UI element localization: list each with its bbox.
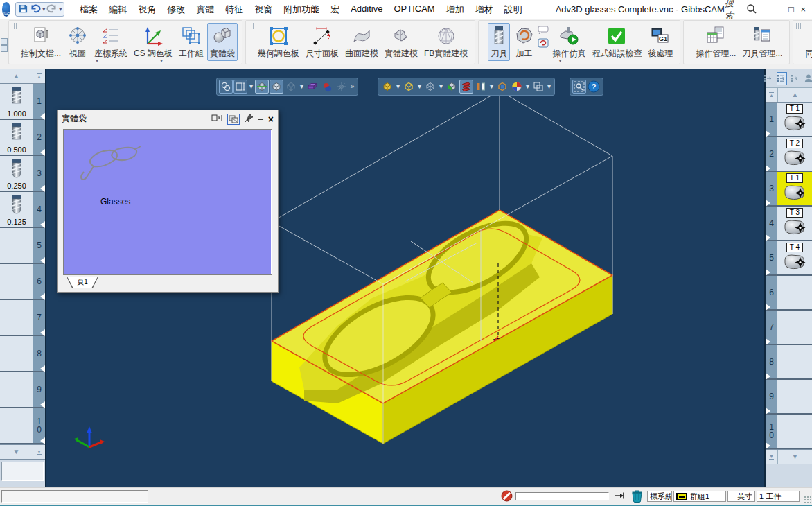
section-layers-icon[interactable] <box>459 80 473 94</box>
op-flow-single-icon[interactable] <box>764 72 774 85</box>
tool-list-scroll-top[interactable]: ▲ <box>33 69 45 83</box>
workgroup-field[interactable]: 群組1 <box>673 491 726 502</box>
group-drag-handle[interactable] <box>686 23 692 29</box>
ribbon-item-operation-manager[interactable]: 操作管理... <box>693 23 739 61</box>
ribbon-item-solid-modeling[interactable]: 實體建模 <box>382 23 421 61</box>
tool-slot-10[interactable]: 10 <box>0 408 45 444</box>
menu-修改[interactable]: 修改 <box>161 3 191 16</box>
workpiece-field[interactable]: 1 工件 <box>757 491 800 502</box>
minimize-palette-icon[interactable]: – <box>258 116 263 123</box>
dropdown-arrow[interactable]: ▾ <box>438 80 444 94</box>
menu-附加功能[interactable]: 附加功能 <box>278 3 325 16</box>
operation-slot-3[interactable]: 3T 1 <box>766 172 812 207</box>
tool-slot-2[interactable]: 0.5002 <box>0 120 45 156</box>
dropdown-arrow[interactable]: ▾ <box>546 80 552 94</box>
redblue-solid-icon[interactable] <box>320 80 334 94</box>
menu-增加[interactable]: 增加 <box>441 3 470 16</box>
group-drag-handle[interactable] <box>795 23 802 29</box>
glasses-thumbnail[interactable] <box>77 139 143 187</box>
ribbon-item-machining[interactable]: 加工 <box>511 23 537 61</box>
user-icon[interactable] <box>803 72 812 85</box>
ribbon-item-sync-control[interactable]: 同步控制 <box>802 23 812 61</box>
group-dropdown-icon[interactable]: ▾ <box>160 58 163 64</box>
close-button[interactable]: × <box>797 4 809 15</box>
maximize-button[interactable]: □ <box>785 4 797 15</box>
menu-檔案[interactable]: 檔案 <box>74 3 103 16</box>
operation-slot-1[interactable]: 1T 1 <box>766 103 812 137</box>
group-drag-handle[interactable] <box>11 23 17 29</box>
group-drag-handle[interactable] <box>481 23 487 29</box>
wire-cube-icon[interactable] <box>423 80 437 94</box>
hollow-cube-icon[interactable] <box>402 80 416 94</box>
palette-tab-page1[interactable]: 頁1 <box>67 277 98 288</box>
trash-icon[interactable] <box>631 489 643 504</box>
balloon-select-icon[interactable] <box>219 80 233 94</box>
redo-button[interactable] <box>46 3 58 15</box>
ribbon-item-cs-palette[interactable]: CS 調色板 <box>131 23 175 61</box>
group-dropdown-icon[interactable]: ▾ <box>558 58 561 64</box>
solid-bag-canvas[interactable]: Glasses <box>64 130 271 274</box>
operation-slot-5[interactable]: 5T 4 <box>766 241 812 276</box>
tool-list-scroll-down[interactable]: ▼ <box>0 445 33 459</box>
dropdown-arrow[interactable]: ▾ <box>416 80 423 94</box>
solid-bag-palette[interactable]: 實體袋 – × Glasses <box>57 110 279 293</box>
tool-slot-9[interactable]: 9 <box>0 372 45 408</box>
tool-list-scroll-bottom[interactable]: ▼ <box>33 445 45 459</box>
resize-grip[interactable] <box>804 496 811 503</box>
search-icon[interactable] <box>746 3 757 16</box>
tool-slot-1[interactable]: 1.0001 <box>0 84 45 120</box>
ribbon-item-view[interactable]: 視圖 <box>64 23 91 61</box>
ribbon-item-tool-manager[interactable]: 刀具管理... <box>739 23 785 61</box>
operation-slot-8[interactable]: 8 <box>766 345 812 380</box>
tool-slot-4[interactable]: 0.1254 <box>0 192 45 228</box>
menu-宏[interactable]: 宏 <box>325 3 345 16</box>
operation-slot-4[interactable]: 4T 3 <box>766 207 812 241</box>
tool-list-scroll-up[interactable]: ▲ <box>0 69 33 83</box>
facet-cube-icon[interactable] <box>445 80 459 94</box>
operation-slot-6[interactable]: 6 <box>766 276 812 311</box>
menu-OPTICAM[interactable]: OPTICAM <box>388 3 440 16</box>
operation-slot-10[interactable]: 10 <box>766 415 812 449</box>
op-flow-grid-icon[interactable] <box>790 72 800 85</box>
tool-slot-6[interactable]: 6 <box>0 264 45 300</box>
operation-slot-7[interactable]: 7 <box>766 311 812 345</box>
help-icon[interactable]: ? <box>587 80 601 94</box>
menu-實體[interactable]: 實體 <box>191 3 220 16</box>
menu-特征[interactable]: 特征 <box>220 3 249 16</box>
palette-titlebar[interactable]: 實體袋 – × <box>58 110 278 128</box>
op-list-scroll-up[interactable]: ▲ <box>778 88 812 102</box>
redo-dropdown-icon[interactable]: ▾ <box>59 6 62 12</box>
zoom-marquee-icon[interactable] <box>572 80 586 94</box>
op-flow-list-icon[interactable] <box>777 72 787 85</box>
split-bars-icon[interactable] <box>474 80 488 94</box>
dropdown-arrow[interactable]: ▾ <box>488 80 495 94</box>
ribbon-item-workgroup[interactable]: 工作組 <box>176 23 206 61</box>
solid-cube-icon[interactable] <box>270 80 283 94</box>
op-list-scroll-down[interactable]: ▼ <box>778 450 812 464</box>
units-field[interactable]: 英寸 <box>727 491 755 502</box>
menu-視窗[interactable]: 視窗 <box>249 3 278 16</box>
group-dropdown-icon[interactable]: ▾ <box>96 58 98 64</box>
ribbon-item-document-control[interactable]: 控制文檔... <box>18 23 64 61</box>
quadrant-sphere-icon[interactable] <box>510 80 524 94</box>
more-chevron[interactable]: » <box>349 80 355 94</box>
bounding-cube-icon[interactable] <box>495 80 509 94</box>
menu-說明[interactable]: 說明 <box>499 3 528 16</box>
ribbon-item-coordinate-system[interactable]: 座標系統 <box>91 23 130 61</box>
coordinate-system-field[interactable]: 標系統 <box>647 491 672 502</box>
minimize-button[interactable]: – <box>773 4 785 15</box>
shaded-cube-icon[interactable] <box>380 80 394 94</box>
axis-origin-icon[interactable] <box>335 80 348 94</box>
tool-slot-3[interactable]: 0.2503 <box>0 156 45 192</box>
tool-slot-8[interactable]: 8 <box>0 336 45 372</box>
undo-button[interactable] <box>30 3 41 15</box>
overlap-windows-icon[interactable] <box>531 80 545 94</box>
overlap-windows-icon[interactable] <box>227 114 240 125</box>
dropdown-arrow[interactable]: ▾ <box>524 80 531 94</box>
dropdown-arrow[interactable]: ▾ <box>299 80 305 94</box>
ribbon-item-tool[interactable]: 刀具 <box>488 23 510 61</box>
operation-slot-9[interactable]: 9 <box>766 380 812 415</box>
close-palette-icon[interactable]: × <box>268 115 274 123</box>
toolpath-mini-icon[interactable] <box>538 38 549 51</box>
ribbon-item-geometry-palette[interactable]: 幾何調色板 <box>255 23 302 61</box>
